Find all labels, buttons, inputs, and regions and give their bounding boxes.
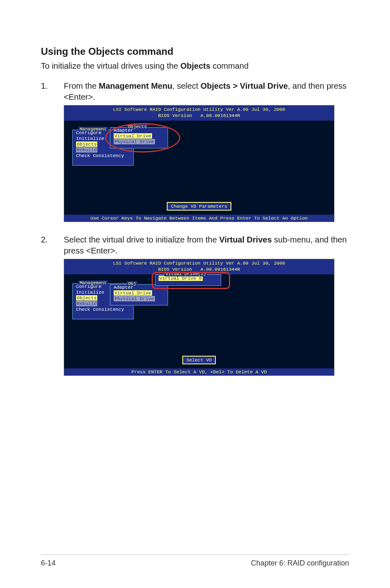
text: command [211,61,249,70]
highlighted-item: Virtual Drive [114,133,152,139]
panel-title-objects-short: Obj [127,281,137,286]
management-menu-term: Management Menu [99,81,173,90]
submenu-item-physical-drive: Physical Drive [110,296,168,302]
muted-item: Rebuild [76,147,97,153]
panel-title-management: Management [78,281,108,285]
objects-submenu-panel: Obj Adapter Virtual Drive Physical Drive [110,284,168,305]
objects-submenu-panel: Objects Adapter Virtual Drive Physical D… [110,127,168,148]
bios-body: Management Configure Initialize Objects … [64,121,334,215]
menu-item-check-consistency: Check Consistency [73,307,133,312]
muted-item: Physical Drive [114,139,155,144]
status-bar: Change VD Parameters [167,202,231,211]
section-heading: Using the Objects command [41,46,349,57]
bios-header: LSI Software RAID Configuration Utility … [64,105,334,121]
step-body: From the Management Menu, select Objects… [64,81,349,103]
submenu-item-virtual-drive: Virtual Drive [110,290,168,296]
objects-word: Objects [180,61,210,70]
panel-title-management: Management [78,127,108,132]
text: To initialize the virtual drives using t… [41,61,180,70]
bios-title-line2: BIOS Version A.08.09161344R [158,113,240,118]
bios-title-line1: LSI Software RAID Configuration Utility … [113,260,285,266]
status-bar: Select VD [182,356,216,364]
menu-item-check-consistency: Check Consistency [73,153,133,159]
menu-path: Objects > Virtual Drive [201,81,288,90]
text: Select the virtual drive to initialize f… [64,235,219,244]
page-number: 6-14 [41,559,56,568]
panel-title-objects: Objects [127,124,148,129]
bios-footer: Press ENTER To Select A VD, <Del> To Del… [64,368,334,375]
submenu-item-virtual-drive: Virtual Drive [110,133,168,139]
step-number: 1. [41,81,64,103]
panel-title-vd: Vitual Drive(1) [164,272,207,276]
step-1: 1. From the Management Menu, select Obje… [41,81,349,103]
page-footer: 6-14 Chapter 6: RAID configuration [41,554,349,568]
bios-title-line1: LSI Software RAID Configuration Utility … [113,107,285,112]
muted-item: Physical Drive [114,296,155,301]
highlighted-item: Objects [76,141,97,147]
chapter-label: Chapter 6: RAID configuration [251,559,349,568]
virtual-drives-term: Virtual Drives [219,235,272,244]
text: , select [173,81,201,90]
bios-body: Management Configure Initialize Objects … [64,274,334,368]
muted-item: Rebuild [76,301,97,306]
highlighted-item: Virtual Drive [114,290,152,296]
step-2: 2. Select the virtual drive to initializ… [41,234,349,256]
intro-paragraph: To initialize the virtual drives using t… [41,61,349,72]
bios-footer: Use Cursor Keys To Navigate Between Item… [64,215,334,222]
step-number: 2. [41,234,64,256]
submenu-item-physical-drive: Physical Drive [110,139,168,145]
virtual-drive-panel: Vitual Drive(1) Virtual Drive 0 [155,274,221,286]
bios-screenshot-1: LSI Software RAID Configuration Utility … [64,105,334,222]
highlighted-item: Objects [76,295,97,301]
step-body: Select the virtual drive to initialize f… [64,234,349,256]
text: From the [64,81,99,90]
bios-screenshot-2: LSI Software RAID Configuration Utility … [64,259,334,376]
